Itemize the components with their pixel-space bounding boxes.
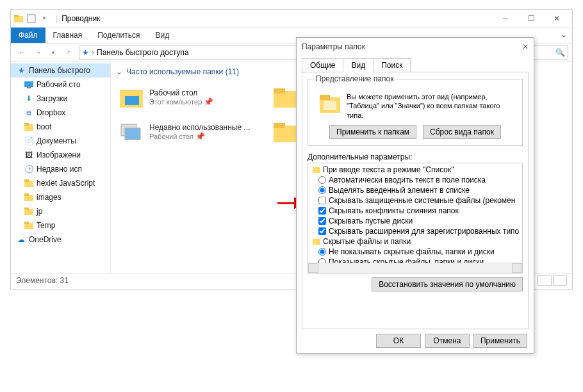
- item-thumbnail: [272, 85, 298, 110]
- dialog-titlebar: Параметры папок ✕: [297, 38, 534, 56]
- scroll-left-button[interactable]: [308, 263, 318, 273]
- group-description: Вы можете применить этот вид (например, …: [347, 92, 517, 120]
- advanced-setting-item[interactable]: Выделять введенный элемент в списке: [309, 185, 521, 195]
- horizontal-scrollbar[interactable]: [308, 263, 522, 273]
- folder-options-dialog: Параметры папок ✕ Общие Вид Поиск Предст…: [296, 37, 534, 354]
- sidebar-item[interactable]: 🕑Недавно исп: [11, 162, 110, 176]
- sidebar: ★Панель быстрогоРабочий сто⬇Загрузки⧈Dro…: [11, 62, 111, 273]
- advanced-setting-item[interactable]: Скрывать конфликты слияния папок: [309, 206, 521, 216]
- image-icon: 🖼: [24, 150, 34, 160]
- up-button[interactable]: ↑: [61, 45, 76, 60]
- qat-dropdown-icon[interactable]: ▼: [39, 13, 49, 24]
- sidebar-item[interactable]: jp: [11, 204, 110, 218]
- svg-rect-1: [14, 15, 19, 17]
- radio[interactable]: [318, 186, 326, 194]
- apply-button[interactable]: Применить: [473, 334, 527, 348]
- sidebar-item-label: hexlet JavaScript: [37, 179, 95, 188]
- svg-rect-20: [125, 128, 140, 140]
- checkbox[interactable]: [318, 207, 326, 215]
- setting-label: Скрывать конфликты слияния папок: [329, 206, 459, 215]
- advanced-setting-item[interactable]: Скрывать защищенные системные файлы (рек…: [309, 195, 521, 206]
- advanced-settings-list[interactable]: При вводе текста в режиме "Список"Автома…: [308, 163, 523, 274]
- advanced-setting-item: Скрытые файлы и папки: [309, 236, 521, 247]
- group-legend: Представление папок: [313, 74, 396, 83]
- file-item[interactable]: Недавно использованные ...Рабочий стол 📌: [116, 115, 270, 149]
- advanced-setting-item[interactable]: Скрывать расширения для зарегистрированн…: [309, 226, 521, 236]
- explorer-icon: [13, 13, 24, 24]
- download-icon: ⬇: [24, 94, 34, 104]
- reset-folders-button[interactable]: Сброс вида папок: [423, 125, 501, 139]
- tab-view[interactable]: Вид: [147, 28, 177, 43]
- svg-rect-18: [274, 88, 285, 94]
- ribbon-expand-icon[interactable]: ⌄: [555, 28, 572, 43]
- item-location: Этот компьютер 📌: [149, 97, 213, 106]
- radio[interactable]: [318, 248, 326, 256]
- desktop-icon: [24, 79, 34, 90]
- folder-icon: [24, 192, 34, 202]
- svg-rect-2: [28, 15, 35, 22]
- sidebar-item[interactable]: images: [11, 190, 110, 204]
- sidebar-item[interactable]: hexlet JavaScript: [11, 176, 110, 190]
- sidebar-item[interactable]: Temp: [11, 218, 110, 233]
- tab-search[interactable]: Поиск: [373, 58, 411, 72]
- sidebar-item-label: Рабочий сто: [37, 80, 81, 89]
- cancel-button[interactable]: Отмена: [425, 334, 470, 348]
- sidebar-item[interactable]: ☁OneDrive: [11, 233, 110, 247]
- minimize-button[interactable]: ─: [493, 10, 518, 28]
- advanced-setting-item[interactable]: Автоматически вводить текст в поле поиск…: [309, 175, 521, 185]
- view-details-button[interactable]: [538, 275, 552, 286]
- folder-views-group: Представление папок Вы можете применить …: [308, 79, 523, 146]
- file-item[interactable]: Рабочий столЭтот компьютер 📌: [116, 80, 270, 115]
- sidebar-item-label: Документы: [37, 136, 76, 145]
- restore-defaults-button[interactable]: Восстановить значения по умолчанию: [372, 277, 523, 291]
- sidebar-item[interactable]: Рабочий сто: [11, 78, 110, 92]
- maximize-button[interactable]: ☐: [518, 10, 544, 28]
- close-button[interactable]: ✕: [544, 10, 570, 28]
- checkbox[interactable]: [318, 227, 326, 235]
- tab-view-settings[interactable]: Вид: [343, 58, 374, 72]
- sidebar-item[interactable]: ⬇Загрузки: [11, 92, 110, 106]
- sidebar-item[interactable]: 📄Документы: [11, 134, 110, 148]
- window-title: Проводник: [62, 14, 100, 23]
- checkbox[interactable]: [318, 197, 326, 204]
- advanced-setting-item[interactable]: Не показывать скрытые файлы, папки и дис…: [309, 247, 521, 257]
- scroll-right-button[interactable]: [512, 263, 522, 273]
- item-thumbnail: [119, 119, 144, 145]
- sidebar-item[interactable]: ★Панель быстрого: [11, 63, 110, 78]
- folder-icon: [24, 178, 34, 188]
- sidebar-item-label: images: [37, 193, 62, 202]
- back-button[interactable]: ←: [15, 45, 30, 60]
- tab-file[interactable]: Файл: [11, 28, 45, 43]
- tab-general[interactable]: Общие: [302, 58, 343, 72]
- dialog-close-button[interactable]: ✕: [522, 42, 529, 51]
- sidebar-item[interactable]: 🖼Изображени: [11, 148, 110, 162]
- tab-home[interactable]: Главная: [45, 28, 90, 43]
- folder-icon: [24, 122, 34, 132]
- view-icons-button[interactable]: [553, 275, 567, 286]
- advanced-setting-item[interactable]: Скрывать пустые диски: [309, 216, 521, 226]
- folder-icon: [318, 92, 341, 115]
- apply-to-folders-button[interactable]: Применить к папкам: [329, 125, 416, 139]
- setting-label: Не показывать скрытые файлы, папки и дис…: [329, 247, 495, 256]
- sidebar-item-label: Dropbox: [37, 108, 65, 117]
- advanced-label: Дополнительные параметры:: [308, 152, 523, 161]
- svg-rect-3: [24, 81, 33, 87]
- svg-rect-22: [274, 123, 285, 128]
- status-text: Элементов: 31: [16, 276, 69, 285]
- history-dropdown[interactable]: ▼: [45, 45, 61, 60]
- sidebar-item[interactable]: boot: [11, 120, 110, 134]
- setting-label: Скрытые файлы и папки: [323, 237, 411, 246]
- ok-button[interactable]: ОК: [376, 334, 421, 348]
- sidebar-item[interactable]: ⧈Dropbox: [11, 106, 110, 120]
- folder-icon: [24, 220, 34, 231]
- qat-icon[interactable]: [26, 13, 37, 24]
- radio[interactable]: [318, 176, 326, 184]
- forward-button[interactable]: →: [30, 45, 45, 60]
- sidebar-item-label: OneDrive: [29, 235, 62, 244]
- svg-rect-6: [24, 123, 29, 126]
- checkbox[interactable]: [318, 217, 326, 225]
- svg-rect-25: [320, 95, 330, 100]
- svg-rect-28: [313, 239, 320, 245]
- tab-share[interactable]: Поделиться: [90, 28, 147, 43]
- chevron-down-icon: ⌄: [116, 67, 122, 76]
